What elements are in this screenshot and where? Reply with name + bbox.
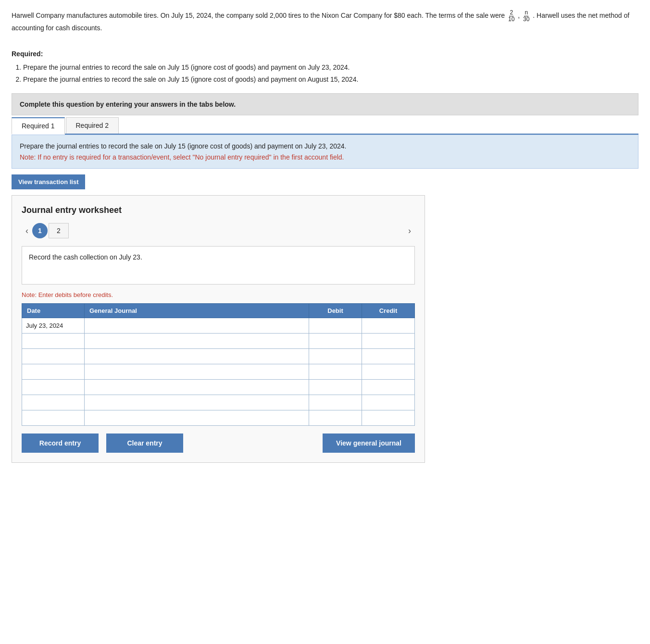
date-cell-4 <box>22 379 85 395</box>
header-journal: General Journal <box>85 303 309 318</box>
debit-cell-6[interactable] <box>309 410 362 425</box>
credit-cell-5[interactable] <box>362 395 415 410</box>
debit-input-6[interactable] <box>309 410 362 425</box>
journal-input-1[interactable] <box>85 334 309 348</box>
nav-row: ‹ 1 2 › <box>22 223 415 238</box>
journal-cell-6[interactable] <box>85 410 309 425</box>
journal-cell-3[interactable] <box>85 364 309 379</box>
debit-input-5[interactable] <box>309 395 362 410</box>
debit-cell-3[interactable] <box>309 364 362 379</box>
required-item-2: Prepare the journal entries to record th… <box>23 74 638 86</box>
info-box-main: Prepare the journal entries to record th… <box>20 142 346 150</box>
credit-input-1[interactable] <box>362 334 414 348</box>
credit-input-6[interactable] <box>362 410 414 425</box>
debit-input-0[interactable] <box>309 318 362 333</box>
worksheet-card: Journal entry worksheet ‹ 1 2 › Record t… <box>12 195 425 463</box>
fraction2: n30 <box>523 10 530 23</box>
debit-input-1[interactable] <box>309 334 362 348</box>
debit-input-4[interactable] <box>309 380 362 395</box>
worksheet-title: Journal entry worksheet <box>22 205 415 215</box>
table-row <box>22 395 415 410</box>
required-list: Prepare the journal entries to record th… <box>23 62 638 86</box>
info-box: Prepare the journal entries to record th… <box>12 135 638 169</box>
credit-cell-3[interactable] <box>362 364 415 379</box>
table-row <box>22 379 415 395</box>
debit-cell-2[interactable] <box>309 348 362 364</box>
tab-required2[interactable]: Required 2 <box>66 117 119 134</box>
prev-arrow[interactable]: ‹ <box>22 224 32 237</box>
journal-cell-1[interactable] <box>85 333 309 348</box>
journal-input-5[interactable] <box>85 395 309 410</box>
debit-cell-0[interactable] <box>309 318 362 333</box>
credit-input-3[interactable] <box>362 364 414 379</box>
credit-input-5[interactable] <box>362 395 414 410</box>
view-transaction-button[interactable]: View transaction list <box>12 174 85 189</box>
credit-input-0[interactable] <box>362 318 414 333</box>
page2-tab[interactable]: 2 <box>49 223 69 238</box>
date-cell-1 <box>22 333 85 348</box>
debit-cell-4[interactable] <box>309 379 362 395</box>
credit-input-2[interactable] <box>362 349 414 364</box>
bottom-buttons: Record entry Clear entry View general jo… <box>22 433 415 453</box>
debit-input-3[interactable] <box>309 364 362 379</box>
journal-input-3[interactable] <box>85 364 309 379</box>
debit-input-2[interactable] <box>309 349 362 364</box>
record-instruction-text: Record the cash collection on July 23. <box>29 253 142 261</box>
table-row <box>22 348 415 364</box>
page1-button[interactable]: 1 <box>32 223 48 238</box>
credit-cell-1[interactable] <box>362 333 415 348</box>
journal-input-4[interactable] <box>85 380 309 395</box>
credit-input-4[interactable] <box>362 380 414 395</box>
journal-input-2[interactable] <box>85 349 309 364</box>
journal-cell-5[interactable] <box>85 395 309 410</box>
header-debit: Debit <box>309 303 362 318</box>
date-cell-6 <box>22 410 85 425</box>
problem-text: Harwell Company manufactures automobile … <box>12 10 638 34</box>
credit-cell-2[interactable] <box>362 348 415 364</box>
debit-cell-1[interactable] <box>309 333 362 348</box>
fraction1: 210 <box>508 10 515 23</box>
instruction-box: Complete this question by entering your … <box>12 93 638 115</box>
date-cell-3 <box>22 364 85 379</box>
problem-text-part1: Harwell Company manufactures automobile … <box>12 12 507 19</box>
view-general-journal-button[interactable]: View general journal <box>323 433 415 453</box>
journal-cell-0[interactable] <box>85 318 309 333</box>
date-cell-0: July 23, 2024 <box>22 318 85 333</box>
next-arrow[interactable]: › <box>404 224 415 237</box>
table-row <box>22 333 415 348</box>
date-cell-2 <box>22 348 85 364</box>
journal-cell-2[interactable] <box>85 348 309 364</box>
required-item-1: Prepare the journal entries to record th… <box>23 62 638 74</box>
journal-input-6[interactable] <box>85 410 309 425</box>
journal-cell-4[interactable] <box>85 379 309 395</box>
record-instruction-box: Record the cash collection on July 23. <box>22 246 415 285</box>
table-row <box>22 410 415 425</box>
debit-credit-note: Note: Enter debits before credits. <box>22 291 415 298</box>
credit-cell-4[interactable] <box>362 379 415 395</box>
tab-required1[interactable]: Required 1 <box>12 117 65 135</box>
problem-text-part2: , <box>516 12 522 19</box>
header-date: Date <box>22 303 85 318</box>
journal-table: Date General Journal Debit Credit July 2… <box>22 303 415 426</box>
record-entry-button[interactable]: Record entry <box>22 433 99 453</box>
info-box-note: Note: If no entry is required for a tran… <box>20 153 344 161</box>
table-row: July 23, 2024 <box>22 318 415 333</box>
required-label: Required: <box>12 50 638 58</box>
table-row <box>22 364 415 379</box>
date-cell-5 <box>22 395 85 410</box>
credit-cell-6[interactable] <box>362 410 415 425</box>
tabs-container: Required 1 Required 2 <box>12 115 638 135</box>
clear-entry-button[interactable]: Clear entry <box>106 433 183 453</box>
journal-input-0[interactable] <box>85 318 309 333</box>
header-credit: Credit <box>362 303 415 318</box>
debit-cell-5[interactable] <box>309 395 362 410</box>
credit-cell-0[interactable] <box>362 318 415 333</box>
